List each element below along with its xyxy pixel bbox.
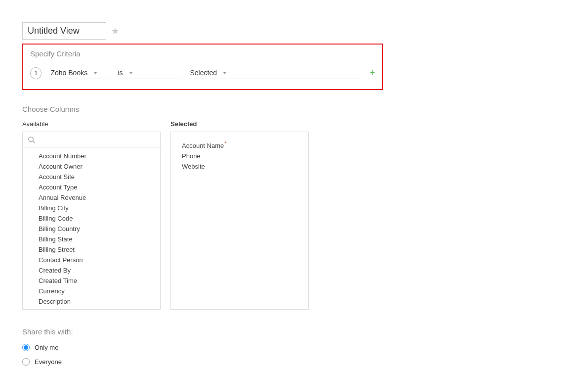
share-heading: Share this with: [22,327,566,336]
share-option-row: Everyone [22,358,566,366]
chevron-down-icon [93,72,97,74]
criteria-value-dropdown[interactable]: Selected [189,67,362,79]
available-column-item[interactable]: Billing City [23,203,160,213]
criteria-row-number: 1 [30,67,42,79]
criteria-field-dropdown[interactable]: Zoho Books [49,67,109,79]
available-column-item[interactable]: Description [23,296,160,307]
selected-columns-list: Account Name*PhoneWebsite [171,132,308,309]
choose-columns-heading: Choose Columns [22,105,566,113]
available-column-item[interactable]: Account Site [23,172,160,182]
available-columns-panel: Account NumberAccount OwnerAccount SiteA… [22,132,161,310]
selected-columns-panel: Account Name*PhoneWebsite [170,132,309,310]
svg-point-0 [29,137,33,141]
available-column-item[interactable]: Created Time [23,276,160,286]
selected-column-item[interactable]: Account Name* [171,139,308,151]
available-column-item[interactable]: Account Type [23,182,160,192]
view-title-input[interactable] [22,22,106,40]
criteria-operator-label: is [118,69,123,77]
share-option-label: Only me [35,344,58,351]
chevron-down-icon [129,72,133,74]
available-column-item[interactable]: Billing State [23,234,160,244]
chevron-down-icon [223,72,227,74]
share-option-label: Everyone [35,358,62,366]
search-icon [28,136,35,143]
available-search-input[interactable] [23,132,160,148]
available-column-item[interactable]: Billing Street [23,244,160,255]
criteria-row: 1 Zoho Books is Selected + [30,67,375,79]
criteria-field-label: Zoho Books [50,69,87,77]
available-columns-label: Available [22,120,161,128]
selected-column-item[interactable]: Website [171,161,308,172]
available-column-item[interactable]: Created By [23,265,160,276]
share-option-radio[interactable] [22,344,30,351]
available-column-item[interactable]: Billing Country [23,224,160,234]
available-column-item[interactable]: Billing Code [23,213,160,224]
available-column-item[interactable]: Annual Revenue [23,192,160,203]
available-column-item[interactable]: Account Owner [23,161,160,172]
available-column-item[interactable]: Currency [23,286,160,296]
selected-columns-label: Selected [170,120,309,128]
share-option-row: Only me [22,344,566,351]
available-column-item[interactable]: Contact Person [23,255,160,265]
required-indicator-icon: * [224,140,226,146]
svg-line-1 [33,141,35,143]
criteria-value-label: Selected [190,69,216,77]
specify-criteria-panel: Specify Criteria 1 Zoho Books is Selecte… [22,44,383,90]
choose-columns-section: Choose Columns Available Account NumberA… [22,105,566,310]
available-columns-list: Account NumberAccount OwnerAccount SiteA… [23,148,160,307]
specify-criteria-heading: Specify Criteria [30,49,375,58]
share-option-radio[interactable] [22,358,30,366]
criteria-operator-dropdown[interactable]: is [117,67,181,79]
share-section: Share this with: Only meEveryone [22,327,566,366]
available-column-item[interactable]: Account Number [23,151,160,161]
selected-column-item[interactable]: Phone [171,151,308,161]
add-criteria-icon[interactable]: + [370,68,375,78]
favorite-star-icon[interactable]: ★ [111,26,119,37]
